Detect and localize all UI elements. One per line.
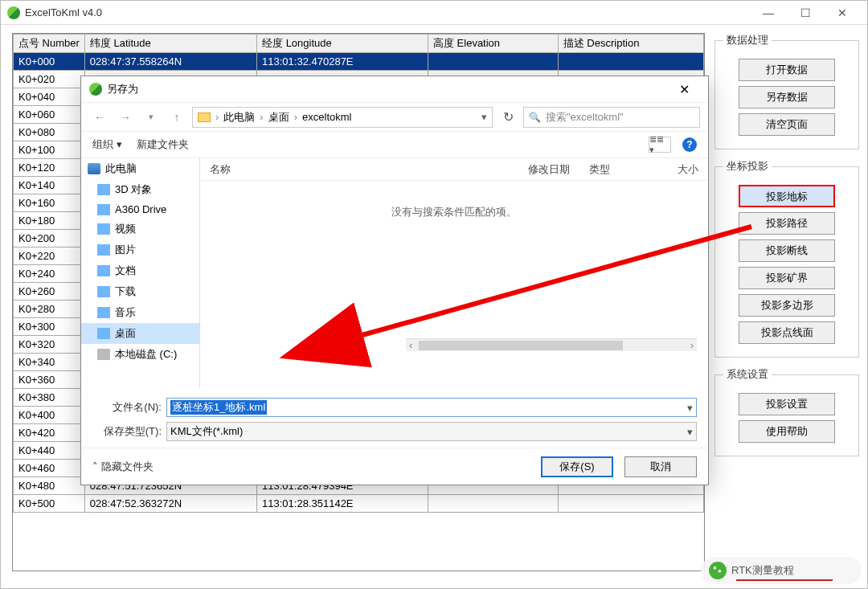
col-name[interactable]: 名称	[200, 162, 518, 177]
projection-settings-button[interactable]: 投影设置	[739, 393, 835, 415]
save-data-button[interactable]: 另存数据	[739, 86, 835, 108]
scroll-left-icon[interactable]: ‹	[406, 339, 416, 351]
app-title: ExcelToKml v4.0	[25, 6, 750, 18]
help-button[interactable]: 使用帮助	[739, 420, 835, 443]
tree-item[interactable]: 图片	[81, 239, 199, 260]
underline-decoration	[736, 579, 833, 581]
col-type[interactable]: 类型	[579, 162, 668, 177]
save-button[interactable]: 保存(S)	[541, 456, 613, 477]
col-description[interactable]: 描述 Description	[558, 35, 703, 53]
breadcrumb[interactable]: › 此电脑 › 桌面 › exceltokml ▾	[192, 107, 493, 128]
new-folder-button[interactable]: 新建文件夹	[137, 137, 189, 152]
col-elevation[interactable]: 高度 Elevation	[428, 35, 558, 53]
folder-icon	[97, 307, 110, 318]
pc-icon	[88, 163, 100, 174]
col-latitude[interactable]: 纬度 Latitude	[84, 35, 256, 53]
clear-page-button[interactable]: 清空页面	[739, 113, 835, 136]
scroll-thumb[interactable]	[419, 341, 622, 350]
tree-this-pc[interactable]: 此电脑	[81, 158, 199, 179]
group-system: 系统设置 投影设置 使用帮助	[714, 367, 859, 456]
group-data-title: 数据处理	[723, 33, 772, 47]
dialog-nav: ← → ▾ ↑ › 此电脑 › 桌面 › exceltokml ▾ ↻ 🔍 搜索…	[81, 102, 708, 131]
cancel-button[interactable]: 取消	[624, 456, 697, 477]
dialog-logo-icon	[89, 83, 102, 96]
nav-back-button[interactable]: ←	[89, 107, 110, 128]
wechat-text: RTK测量教程	[731, 563, 794, 578]
folder-icon	[97, 244, 110, 256]
view-mode-button[interactable]: ≣≣ ▾	[649, 137, 671, 153]
wechat-icon	[709, 562, 727, 579]
window-maximize-button[interactable]: ☐	[787, 1, 824, 25]
col-number[interactable]: 点号 Number	[14, 35, 85, 53]
chevron-right-icon: ›	[260, 111, 263, 123]
titlebar: ExcelToKml v4.0 — ☐ ✕	[1, 1, 867, 25]
project-breakline-button[interactable]: 投影断线	[739, 239, 835, 262]
chevron-down-icon[interactable]: ▾	[687, 426, 693, 438]
nav-up-button[interactable]: ↑	[166, 107, 187, 128]
tree-item[interactable]: 音乐	[81, 302, 199, 323]
project-placemark-button[interactable]: 投影地标	[739, 185, 835, 207]
horizontal-scrollbar[interactable]: ‹›	[406, 338, 697, 351]
project-boundary-button[interactable]: 投影矿界	[739, 267, 835, 289]
dialog-toolbar: 组织 ▾ 新建文件夹 ≣≣ ▾ ?	[81, 131, 708, 158]
project-path-button[interactable]: 投影路径	[739, 212, 835, 235]
dialog-close-button[interactable]: ✕	[668, 77, 700, 101]
table-header-row: 点号 Number 纬度 Latitude 经度 Longitude 高度 El…	[14, 35, 704, 53]
tree-item[interactable]: 3D 对象	[81, 179, 199, 200]
project-multigeom-button[interactable]: 投影点线面	[739, 321, 835, 344]
open-data-button[interactable]: 打开数据	[739, 59, 835, 81]
dialog-fields: 文件名(N): 逐桩坐标1_地标.kml ▾ 保存类型(T): KML文件(*.…	[81, 388, 708, 448]
crumb-thispc[interactable]: 此电脑	[223, 110, 255, 125]
search-input[interactable]: 🔍 搜索"exceltokml"	[523, 107, 700, 128]
col-size[interactable]: 大小	[668, 162, 708, 177]
group-projection-title: 坐标投影	[723, 159, 772, 174]
nav-history-dropdown[interactable]: ▾	[141, 107, 162, 128]
file-list[interactable]: 名称 修改日期 类型 大小 没有与搜索条件匹配的项。 ‹›	[200, 158, 708, 388]
folder-icon	[97, 204, 110, 215]
dialog-help-button[interactable]: ?	[682, 137, 697, 152]
tree-item[interactable]: A360 Drive	[81, 200, 199, 219]
empty-message: 没有与搜索条件匹配的项。	[200, 205, 708, 219]
folder-icon	[198, 112, 211, 122]
chevron-down-icon[interactable]: ▾	[687, 402, 693, 414]
window-minimize-button[interactable]: —	[750, 1, 787, 25]
tree-item[interactable]: 本地磁盘 (C:)	[81, 344, 199, 365]
tree-item[interactable]: 桌面	[81, 323, 199, 344]
col-modified[interactable]: 修改日期	[518, 162, 579, 177]
dialog-title: 另存为	[107, 82, 668, 96]
app-logo-icon	[7, 6, 20, 19]
crumb-folder[interactable]: exceltokml	[302, 111, 351, 123]
folder-icon	[97, 286, 110, 297]
dialog-titlebar: 另存为 ✕	[81, 76, 708, 102]
col-longitude[interactable]: 经度 Longitude	[257, 35, 428, 53]
filetype-select[interactable]: KML文件(*.kml) ▾	[166, 422, 697, 441]
folder-icon	[97, 184, 110, 195]
scroll-right-icon[interactable]: ›	[687, 339, 697, 351]
group-system-title: 系统设置	[723, 367, 772, 382]
nav-forward-button[interactable]: →	[115, 107, 136, 128]
tree-item[interactable]: 下载	[81, 281, 199, 302]
tree-item[interactable]: 文档	[81, 260, 199, 281]
save-as-dialog: 另存为 ✕ ← → ▾ ↑ › 此电脑 › 桌面 › exceltokml ▾ …	[80, 76, 709, 485]
folder-icon	[97, 328, 110, 339]
group-data: 数据处理 打开数据 另存数据 清空页面	[714, 33, 859, 149]
organize-menu[interactable]: 组织 ▾	[92, 137, 122, 152]
folder-tree[interactable]: 此电脑 3D 对象A360 Drive视频图片文档下载音乐桌面本地磁盘 (C:)	[81, 158, 200, 388]
refresh-button[interactable]: ↻	[497, 107, 518, 128]
filename-input[interactable]: 逐桩坐标1_地标.kml ▾	[166, 398, 697, 417]
side-panel: 数据处理 打开数据 另存数据 清空页面 坐标投影 投影地标 投影路径 投影断线 …	[714, 33, 859, 580]
folder-icon	[97, 223, 110, 235]
chevron-up-icon: ˄	[92, 460, 98, 472]
crumb-desktop[interactable]: 桌面	[268, 110, 289, 125]
filename-label: 文件名(N):	[92, 400, 162, 415]
hide-folders-toggle[interactable]: ˄ 隐藏文件夹	[92, 460, 154, 474]
tree-item[interactable]: 视频	[81, 219, 199, 239]
group-projection: 坐标投影 投影地标 投影路径 投影断线 投影矿界 投影多边形 投影点线面	[714, 159, 859, 358]
table-row[interactable]: K0+000028:47:37.558264N113:01:32.470287E	[14, 53, 704, 71]
project-polygon-button[interactable]: 投影多边形	[739, 294, 835, 317]
chevron-right-icon: ›	[215, 111, 219, 123]
chevron-down-icon[interactable]: ▾	[481, 111, 487, 123]
dialog-footer: ˄ 隐藏文件夹 保存(S) 取消	[81, 448, 708, 485]
window-close-button[interactable]: ✕	[824, 1, 861, 25]
table-row[interactable]: K0+500028:47:52.363272N113:01:28.351142E	[14, 495, 704, 513]
